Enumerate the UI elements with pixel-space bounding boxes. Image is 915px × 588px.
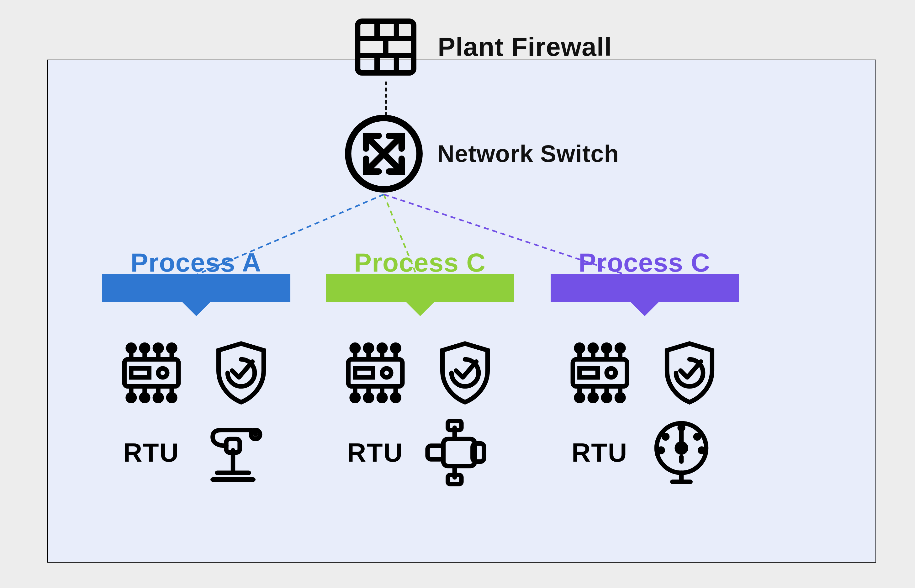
- process-a-banner: [102, 274, 290, 302]
- svg-point-88: [695, 435, 699, 438]
- process-c: Process C: [536, 248, 752, 489]
- svg-point-42: [352, 345, 358, 352]
- svg-rect-63: [473, 443, 484, 462]
- diagram-canvas: Plant Firewall Network Switch Process A: [0, 0, 915, 588]
- svg-rect-57: [443, 439, 475, 466]
- svg-point-91: [679, 426, 683, 430]
- switch-label: Network Switch: [437, 140, 619, 167]
- svg-rect-39: [355, 368, 373, 378]
- svg-point-80: [603, 394, 610, 401]
- svg-point-66: [607, 368, 616, 378]
- svg-point-56: [392, 394, 399, 401]
- svg-point-74: [616, 345, 623, 352]
- svg-point-72: [603, 345, 610, 352]
- firewall-switch-link: [385, 82, 387, 116]
- svg-point-26: [127, 394, 134, 401]
- svg-point-76: [576, 394, 583, 401]
- rtu-label: RTU: [347, 417, 403, 489]
- svg-point-40: [382, 368, 391, 378]
- svg-point-54: [378, 394, 386, 401]
- svg-point-48: [392, 345, 399, 352]
- switch-icon: [343, 113, 424, 194]
- plc-icon: [115, 337, 187, 409]
- switch-node: Network Switch: [343, 113, 619, 194]
- plc-icon: [563, 337, 636, 409]
- svg-point-89: [659, 449, 663, 452]
- svg-point-78: [589, 394, 596, 401]
- svg-rect-15: [131, 368, 149, 378]
- svg-point-22: [155, 345, 161, 352]
- process-b: Process C: [312, 248, 528, 489]
- shield-check-icon: [205, 337, 277, 409]
- svg-point-87: [664, 435, 667, 438]
- firewall-label: Plant Firewall: [438, 32, 612, 62]
- process-c-label: Process C: [579, 248, 710, 278]
- svg-point-90: [700, 449, 704, 452]
- process-a-label: Process A: [131, 248, 261, 278]
- rtu-label: RTU: [123, 417, 179, 489]
- shield-check-icon: [653, 337, 725, 409]
- svg-point-44: [365, 345, 372, 352]
- process-a: Process A: [88, 248, 304, 489]
- svg-point-68: [576, 345, 583, 352]
- firewall-node: Plant Firewall: [351, 13, 612, 82]
- gauge-icon: [645, 417, 717, 489]
- svg-point-46: [378, 345, 386, 352]
- valve-actuator-icon: [197, 417, 269, 489]
- svg-point-30: [155, 394, 161, 401]
- svg-point-32: [168, 394, 175, 401]
- shield-check-icon: [429, 337, 501, 409]
- process-c-banner: [550, 274, 739, 302]
- svg-point-24: [168, 345, 175, 352]
- process-b-label: Process C: [354, 248, 486, 278]
- svg-point-20: [141, 345, 148, 352]
- rtu-label: RTU: [572, 417, 628, 489]
- svg-rect-65: [579, 368, 597, 378]
- svg-point-18: [127, 345, 134, 352]
- svg-point-16: [158, 368, 167, 378]
- svg-point-28: [141, 394, 148, 401]
- svg-point-70: [589, 345, 596, 352]
- svg-point-52: [365, 394, 372, 401]
- svg-point-82: [616, 394, 623, 401]
- pump-icon: [421, 417, 493, 489]
- process-b-banner: [326, 274, 514, 302]
- plc-icon: [339, 337, 411, 409]
- svg-rect-58: [428, 446, 443, 459]
- svg-point-50: [352, 394, 358, 401]
- firewall-icon: [351, 13, 420, 82]
